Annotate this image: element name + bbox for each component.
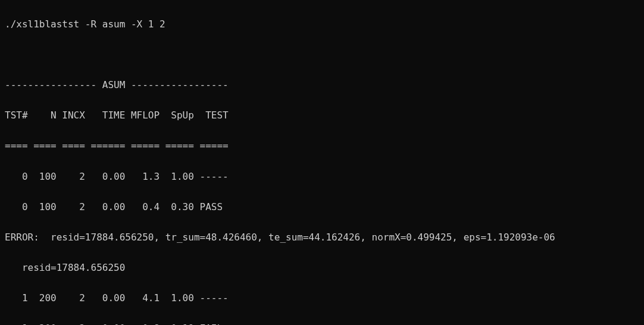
error-cont: resid=17884.656250 — [5, 260, 639, 276]
result-row: 1 200 2 0.00 4.1 1.00 ----- — [5, 290, 639, 306]
error-line: ERROR: resid=17884.656250, tr_sum=48.426… — [5, 230, 639, 245]
column-headers: TST# N INCX TIME MFLOP SpUp TEST — [5, 108, 639, 123]
result-row: 1 200 2 0.00 0.8 0.19 FAIL — [5, 321, 639, 325]
section-rule: ---------------- ASUM ----------------- — [5, 77, 639, 93]
column-rule: ==== ==== ==== ====== ===== ===== ===== — [5, 138, 639, 154]
result-row: 0 100 2 0.00 0.4 0.30 PASS — [5, 199, 639, 215]
command-line: ./xsl1blastst -R asum -X 1 2 — [5, 17, 639, 32]
terminal-output: ./xsl1blastst -R asum -X 1 2 -----------… — [0, 0, 644, 325]
result-row: 0 100 2 0.00 1.3 1.00 ----- — [5, 169, 639, 185]
